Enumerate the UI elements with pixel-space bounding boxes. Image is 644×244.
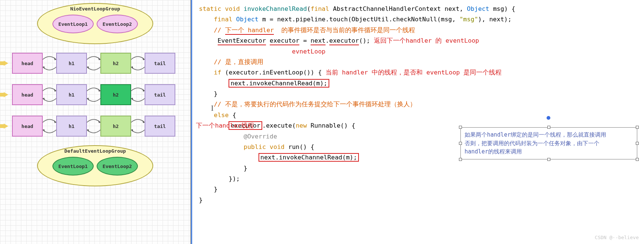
pipeline-row: headh1h2tail bbox=[4, 114, 187, 138]
svg-marker-14 bbox=[98, 120, 100, 123]
svg-marker-17 bbox=[131, 129, 133, 132]
code-line: }); bbox=[199, 174, 641, 184]
handler-node-h1: h1 bbox=[56, 53, 87, 74]
code-line: else { bbox=[199, 110, 641, 121]
svg-marker-1 bbox=[43, 66, 45, 69]
link-arrows-icon bbox=[87, 119, 100, 134]
svg-marker-0 bbox=[54, 57, 56, 60]
blue-dot-icon bbox=[547, 116, 550, 120]
boxed-call: next.invokeChannelRead(m); bbox=[258, 153, 359, 162]
text-cursor-icon: I bbox=[211, 101, 214, 115]
callout-line: 如果两个handler绑定的是同一个线程，那么就直接调用 bbox=[465, 131, 633, 139]
code-line: if (executor.inEventLoop()) { 当前 handler… bbox=[199, 67, 641, 78]
handler-node-h1: h1 bbox=[56, 84, 87, 105]
code-line: EventExecutor executor = next.executor()… bbox=[199, 36, 641, 46]
callout-box[interactable]: 如果两个handler绑定的是同一个线程，那么就直接调用 否则，把要调用的代码封… bbox=[460, 127, 637, 159]
code-line: } bbox=[199, 163, 641, 174]
handler-node-head: head bbox=[12, 53, 43, 74]
link-arrows-icon bbox=[87, 56, 100, 71]
code-line: final Object m = next.pipeline.touch(Obj… bbox=[199, 14, 641, 25]
svg-marker-2 bbox=[98, 57, 100, 60]
handler-node-h2: h2 bbox=[100, 84, 131, 105]
arrow-in-icon bbox=[4, 91, 12, 99]
code-line: } bbox=[199, 195, 641, 205]
link-arrows-icon bbox=[131, 56, 145, 71]
svg-marker-4 bbox=[142, 57, 145, 60]
code-comment: // 下一个 handler 的事件循环是否与当前的事件循环是同一个线程 bbox=[199, 25, 641, 36]
link-arrows-icon bbox=[87, 87, 100, 102]
eventloop1-oval: EventLoop1 bbox=[52, 15, 94, 33]
group-title: NioEventLoopGroup bbox=[38, 6, 152, 12]
svg-marker-15 bbox=[87, 129, 89, 132]
pipelines-container: headh1h2tailheadh1h2tailheadh1h2tail bbox=[3, 51, 187, 138]
svg-marker-12 bbox=[54, 120, 56, 123]
callout-line: 否则，把要调用的代码封装为一个任务对象，由下一个 bbox=[465, 139, 633, 148]
svg-marker-9 bbox=[87, 98, 89, 101]
link-arrows-icon bbox=[131, 119, 145, 134]
diagram-panel: NioEventLoopGroup EventLoop1 EventLoop2 … bbox=[0, 0, 191, 244]
svg-marker-10 bbox=[142, 89, 145, 92]
pipeline-row: headh1h2tail bbox=[4, 51, 187, 76]
code-comment: // 不是，将要执行的代码作为任务提交给下一个事件循环处理（换人） bbox=[199, 99, 641, 110]
link-arrows-icon bbox=[131, 87, 145, 102]
svg-marker-8 bbox=[98, 89, 100, 92]
eventloop2-oval: EventLoop2 bbox=[97, 15, 138, 33]
handler-node-h1: h1 bbox=[56, 116, 87, 137]
link-arrows-icon bbox=[43, 119, 56, 134]
default-eventloop-group: DefaultEventLoopGroup EventLoop1 EventLo… bbox=[37, 145, 153, 186]
code-panel: I static void invokeChannelRead(final Ab… bbox=[191, 0, 644, 244]
svg-marker-5 bbox=[131, 66, 133, 69]
nio-eventloop-group: NioEventLoopGroup EventLoop1 EventLoop2 bbox=[37, 3, 153, 44]
handler-node-head: head bbox=[12, 116, 43, 137]
handler-node-tail: tail bbox=[145, 116, 175, 137]
callout-line: handler的线程来调用 bbox=[465, 147, 633, 156]
arrow-in-icon bbox=[4, 122, 12, 130]
svg-marker-3 bbox=[87, 66, 89, 69]
boxed-call: next.invokeChannelRead(m); bbox=[229, 79, 329, 88]
svg-marker-16 bbox=[142, 120, 145, 123]
watermark: CSDN @·-believe bbox=[595, 234, 639, 242]
svg-marker-6 bbox=[54, 89, 56, 92]
handler-node-h2: h2 bbox=[100, 53, 131, 74]
svg-marker-13 bbox=[43, 129, 45, 132]
code-line: next.invokeChannelRead(m); bbox=[199, 78, 641, 89]
link-arrows-icon bbox=[43, 87, 56, 102]
pipeline-row: headh1h2tail bbox=[4, 82, 187, 107]
code-annotation: evnetLoop bbox=[199, 46, 641, 57]
code-comment: // 是，直接调用 bbox=[199, 57, 641, 67]
group-title: DefaultEventLoopGroup bbox=[38, 148, 152, 154]
eventloop2-oval: EventLoop2 bbox=[97, 157, 138, 176]
handler-node-tail: tail bbox=[145, 84, 175, 105]
eventloop1-oval: EventLoop1 bbox=[52, 157, 94, 176]
handler-node-h2: h2 bbox=[100, 116, 131, 137]
svg-marker-11 bbox=[131, 98, 133, 101]
handler-node-head: head bbox=[12, 84, 43, 105]
link-arrows-icon bbox=[43, 56, 56, 71]
handler-node-tail: tail bbox=[145, 53, 175, 74]
svg-marker-7 bbox=[43, 98, 45, 101]
code-line: } bbox=[199, 184, 641, 195]
code-line: static void invokeChannelRead(final Abst… bbox=[199, 4, 641, 14]
code-line: } bbox=[199, 89, 641, 99]
arrow-in-icon bbox=[4, 59, 12, 67]
